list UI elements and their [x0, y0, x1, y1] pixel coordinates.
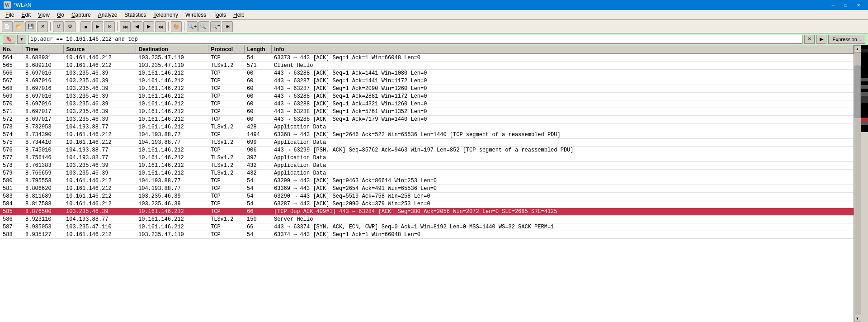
restart-button[interactable]: ▶ — [92, 21, 103, 32]
table-row[interactable]: 5838.81168910.161.146.212103.235.46.39TC… — [0, 193, 854, 200]
scroll-to-end-button[interactable]: ⏭ — [155, 21, 166, 32]
table-row[interactable]: 5718.697017103.235.46.3910.161.146.212TC… — [0, 108, 854, 116]
table-row[interactable]: 5808.79555810.161.146.212104.193.88.77TC… — [0, 177, 854, 185]
col-len: 60 — [244, 70, 271, 77]
menu-statistics[interactable]: Statistics — [121, 11, 150, 19]
col-time[interactable]: Time — [23, 45, 63, 54]
menu-telephony[interactable]: Telephony — [150, 11, 182, 19]
menu-file[interactable]: File — [2, 11, 18, 19]
col-time: 8.935053 — [23, 223, 63, 231]
col-time: 8.689210 — [23, 62, 63, 70]
col-len: 54 — [244, 200, 271, 208]
table-row[interactable]: 5778.756146104.193.88.7710.161.146.212TL… — [0, 154, 854, 162]
col-no[interactable]: No. — [0, 45, 23, 54]
col-no: 583 — [0, 193, 23, 200]
table-row[interactable]: 5848.81758810.161.146.212103.235.46.39TC… — [0, 200, 854, 208]
col-proto: TCP — [208, 193, 244, 200]
filter-apply-button[interactable]: ▶ — [816, 35, 826, 44]
table-row[interactable]: 5708.697016103.235.46.3910.161.146.212TC… — [0, 100, 854, 108]
filter-bookmark-button[interactable]: 🔖 — [3, 35, 15, 44]
col-destination[interactable]: Destination — [136, 45, 208, 54]
resize-columns-button[interactable]: ⊞ — [222, 21, 233, 32]
table-row[interactable]: 5678.697016103.235.46.3910.161.146.212TC… — [0, 77, 854, 85]
zoom-reset-button[interactable]: 🔍= — [210, 21, 221, 32]
color-minimap — [861, 45, 868, 322]
close-capture-button[interactable]: ✕ — [37, 21, 48, 32]
table-row[interactable]: 5698.697016103.235.46.3910.161.146.212TC… — [0, 93, 854, 100]
menu-wireless[interactable]: Wireless — [182, 11, 210, 19]
stop-button[interactable]: ■ — [80, 21, 91, 32]
menu-go[interactable]: Go — [53, 11, 68, 19]
color-stripe-block — [861, 85, 868, 89]
table-row[interactable]: 5858.876500103.235.46.3910.161.146.212TC… — [0, 208, 854, 216]
menu-view[interactable]: View — [34, 11, 53, 19]
menu-bar: File Edit View Go Capture Analyze Statis… — [0, 10, 868, 20]
col-len: 432 — [244, 162, 271, 170]
table-row[interactable]: 5888.93512710.161.146.212103.235.47.110T… — [0, 231, 854, 239]
filter-input[interactable] — [28, 35, 802, 44]
table-row[interactable]: 5798.766659103.235.46.3910.161.146.212TL… — [0, 170, 854, 177]
table-row[interactable]: 5688.697016103.235.46.3910.161.146.212TC… — [0, 85, 854, 93]
col-info[interactable]: Info — [271, 45, 854, 54]
color-stripe-block — [861, 81, 868, 85]
table-row[interactable]: 5768.745010104.193.88.7710.161.146.212TC… — [0, 147, 854, 154]
color-stripe-block — [861, 96, 868, 99]
scroll-down-arrow[interactable]: ▼ — [854, 315, 861, 322]
table-row[interactable]: 5648.68893110.161.146.212103.235.47.110T… — [0, 54, 854, 62]
col-time: 8.756146 — [23, 154, 63, 162]
new-capture-button[interactable]: 📄 — [2, 21, 13, 32]
menu-tools[interactable]: Tools — [210, 11, 230, 19]
menu-edit[interactable]: Edit — [18, 11, 34, 19]
table-row[interactable]: 5818.80662010.161.146.212104.193.88.77TC… — [0, 185, 854, 193]
scroll-forward-button[interactable]: ▶ — [143, 21, 154, 32]
col-source[interactable]: Source — [63, 45, 136, 54]
maximize-button[interactable]: □ — [840, 0, 852, 9]
col-info: 443 → 63288 [ACK] Seq=1 Ack=5761 Win=135… — [271, 108, 854, 116]
col-time: 8.697016 — [23, 85, 63, 93]
menu-capture[interactable]: Capture — [68, 11, 94, 19]
col-proto: TCP — [208, 131, 244, 139]
table-row[interactable]: 5658.68921010.161.146.212103.235.47.110T… — [0, 62, 854, 70]
filter-dropdown[interactable]: ▼ — [17, 35, 26, 44]
capture-filter-button[interactable]: ⊙ — [104, 21, 115, 32]
close-button[interactable]: ✕ — [853, 0, 864, 9]
reload-button[interactable]: ↺ — [53, 21, 64, 32]
scroll-to-begin-button[interactable]: ⏮ — [120, 21, 131, 32]
scroll-thumb[interactable] — [854, 66, 861, 118]
filter-clear-button[interactable]: ✕ — [804, 35, 815, 44]
zoom-out-button[interactable]: 🔍- — [198, 21, 209, 32]
minimize-button[interactable]: ─ — [827, 0, 839, 9]
table-row[interactable]: 5728.697017103.235.46.3910.161.146.212TC… — [0, 116, 854, 123]
menu-help[interactable]: Help — [230, 11, 248, 19]
col-time: 8.697017 — [23, 108, 63, 116]
save-button[interactable]: 💾 — [25, 21, 36, 32]
scroll-back-button[interactable]: ◀ — [132, 21, 142, 32]
table-row[interactable]: 5738.732953104.193.88.7710.161.146.212TL… — [0, 123, 854, 131]
scroll-track[interactable] — [854, 52, 861, 315]
colorize-button[interactable]: 🎨 — [171, 21, 182, 32]
table-row[interactable]: 5758.73441010.161.146.212104.193.88.77TL… — [0, 139, 854, 147]
zoom-in-button[interactable]: 🔍+ — [187, 21, 198, 32]
expression-button[interactable]: Expression... — [828, 35, 865, 44]
col-length[interactable]: Length — [244, 45, 271, 54]
capture-options-button[interactable]: ⚙ — [65, 21, 75, 32]
table-row[interactable]: 5868.923110104.193.88.7710.161.146.212TL… — [0, 216, 854, 223]
col-dest: 10.161.146.212 — [136, 108, 208, 116]
col-len: 432 — [244, 170, 271, 177]
col-no: 588 — [0, 231, 23, 239]
menu-analyze[interactable]: Analyze — [94, 11, 121, 19]
col-protocol[interactable]: Protocol — [208, 45, 244, 54]
table-row[interactable]: 5788.761383103.235.46.3910.161.146.212TL… — [0, 162, 854, 170]
table-row[interactable]: 5748.73439010.161.146.212104.193.88.77TC… — [0, 131, 854, 139]
scrollbar[interactable]: ▲ ▼ — [854, 45, 861, 322]
col-len: 150 — [244, 216, 271, 223]
col-info: 63369 → 443 [ACK] Seq=2654 Ack=491 Win=6… — [271, 185, 854, 193]
col-proto: TCP — [208, 70, 244, 77]
table-row[interactable]: 5878.935053103.235.47.11010.161.146.212T… — [0, 223, 854, 231]
col-len: 906 — [244, 147, 271, 154]
col-no: 587 — [0, 223, 23, 231]
open-button[interactable]: 📂 — [14, 21, 24, 32]
table-row[interactable]: 5668.697016103.235.46.3910.161.146.212TC… — [0, 70, 854, 77]
color-stripe-block — [861, 74, 868, 78]
scroll-up-arrow[interactable]: ▲ — [854, 45, 861, 52]
